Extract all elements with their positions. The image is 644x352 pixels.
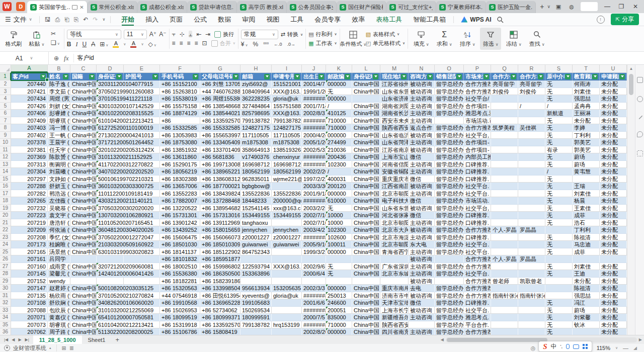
column-header-U[interactable]: U (600, 65, 627, 72)
header-cell-L[interactable]: 身份证地 (352, 73, 380, 80)
cell-J27[interactable]: 2002/9/6 (302, 263, 326, 271)
cell-O4[interactable]: 留学总经办 (435, 95, 464, 103)
cell-T28[interactable]: 王迪 (573, 270, 600, 278)
cell-N27[interactable]: 主动咨询 (409, 263, 435, 271)
filter-dropdown-icon[interactable] (116, 74, 122, 79)
cell-L27[interactable]: China中国 (352, 263, 380, 271)
cell-M23[interactable]: 北京市海淀 (380, 234, 409, 241)
cell-M18[interactable]: 电子科技大 (380, 197, 409, 205)
cell-K35[interactable]: 710000 (326, 321, 352, 329)
cell-C17[interactable]: China中国 (70, 190, 97, 198)
cell-K10[interactable]: 274499 (326, 139, 352, 146)
cell-U4[interactable]: 未分配 (600, 95, 627, 103)
cell-F13[interactable]: +86 15290175 (160, 161, 200, 168)
cell-J11[interactable]: 2002/5/31 (302, 146, 326, 154)
preview-icon[interactable]: ⎘ (74, 16, 79, 23)
header-cell-A[interactable]: 客户id (11, 73, 48, 80)
filter-dropdown-icon[interactable] (538, 74, 543, 79)
cell-L22[interactable]: China中国 (352, 226, 380, 234)
document-tab[interactable]: S贷款申请信息.xlsx (187, 1, 237, 13)
cell-L23[interactable]: China中国 (352, 234, 380, 241)
cell-H15[interactable]: 962835011 (240, 175, 272, 183)
worksheet-button[interactable]: ▦工作表∨ (308, 40, 337, 47)
name-box[interactable]: A1∨ (0, 55, 48, 62)
cell-F14[interactable]: +86 18056219 (160, 168, 200, 175)
filter-dropdown-icon[interactable] (193, 74, 198, 79)
cell-A26[interactable]: 207161 (11, 255, 48, 263)
sum-button[interactable]: Σ 求和 ∨ (434, 28, 455, 50)
header-cell-C[interactable]: 国籍 (70, 73, 97, 80)
cell-F17[interactable]: +86 13552283 (160, 190, 200, 198)
orientation-icon[interactable]: ⊡ (202, 40, 207, 47)
cell-K2[interactable]: 000000 (326, 80, 352, 88)
cell-N34[interactable]: 主动咨询 (409, 314, 435, 321)
cell-C8[interactable]: China中国 (70, 124, 97, 132)
cell-U19[interactable]: 未分配 (600, 205, 627, 212)
cell-O29[interactable] (435, 278, 464, 285)
cell-T23[interactable]: 陈祖清 (573, 234, 600, 241)
justify-icon[interactable]: ≡ (195, 40, 198, 47)
cell-C10[interactable]: China中国 (70, 139, 97, 146)
cut-button[interactable]: ✂ (49, 30, 61, 37)
document-tab[interactable]: S常州公积金.xlsx (88, 1, 137, 13)
cell-R12[interactable] (518, 153, 545, 161)
cell-A29[interactable]: 207152 (11, 278, 48, 285)
cell-K32[interactable]: 246600 (326, 299, 352, 307)
wps-logo[interactable]: W (0, 0, 14, 13)
cell-H35[interactable]: 799138782 (240, 321, 272, 329)
caret-up-icon[interactable]: ▴ (49, 346, 51, 350)
cell-Q31[interactable]: 指南针张沁 (491, 292, 518, 300)
increase-decimal-button[interactable]: ←.0 (274, 42, 282, 47)
align-center-icon[interactable]: ≡ (180, 40, 183, 47)
cell-R22[interactable]: 罗晶晶 (518, 226, 545, 234)
cell-P14[interactable]: 口碑推荐. (464, 168, 491, 175)
cell-A4[interactable]: 207434 (11, 95, 48, 103)
cell-I9[interactable]: 117110505 (272, 132, 302, 139)
cell-L19[interactable]: China中国 (352, 205, 380, 212)
row-header-28[interactable]: 28 (0, 270, 11, 278)
cell-S7[interactable]: 无 (545, 117, 573, 125)
cell-J18[interactable]: ######## (302, 197, 326, 205)
cell-E29[interactable] (124, 278, 160, 285)
cell-D4[interactable]: 370105199411221118 (97, 95, 160, 103)
cell-Q29[interactable]: 曾老师 (491, 278, 518, 285)
cell-D28[interactable]: 142401200006041426 (97, 270, 160, 278)
header-cell-R[interactable]: 合作方名 (518, 73, 545, 80)
cell-F12[interactable]: +86 13611860 (160, 153, 200, 161)
header-cell-F[interactable]: 手机号码 (160, 73, 200, 80)
cell-C25[interactable]: China中国 (70, 248, 97, 256)
cell-R20[interactable] (518, 212, 545, 219)
cell-K24[interactable]: 100011 (326, 241, 352, 248)
cell-N32[interactable]: 微信 (409, 299, 435, 307)
cell-F30[interactable]: +86 15320563 (160, 285, 200, 292)
cell-T30[interactable]: 陈祖清 (573, 285, 600, 292)
cell-H16[interactable]: bgbgbow@ (240, 183, 272, 190)
cell-D33[interactable]: 310103200212255069 (97, 307, 160, 314)
cell-J14[interactable]: 2002/2/20 (302, 168, 326, 175)
cell-M13[interactable]: 河南省信阳 (380, 161, 409, 168)
filter-dropdown-icon[interactable] (619, 74, 625, 79)
cell-U22[interactable]: 未分配 (600, 226, 627, 234)
document-tab[interactable]: S高学历 教授.xlsx (237, 1, 287, 13)
cell-G35[interactable]: +86 13359257067 (200, 321, 240, 329)
cell-L9[interactable]: China中国 (352, 132, 380, 139)
cell-M26[interactable] (380, 255, 409, 263)
cell-U12[interactable]: 未分配 (600, 153, 627, 161)
zoom-out-icon[interactable]: — (623, 345, 628, 351)
menu-tab-视图[interactable]: 视图 (261, 13, 285, 26)
cell-T19[interactable]: 王素佳 (573, 205, 600, 212)
row-header-2[interactable]: 2 (0, 80, 11, 88)
cell-B6[interactable]: 彭睿婧 (女 (48, 110, 70, 117)
cell-K3[interactable]: 无 (326, 88, 352, 96)
cell-G21[interactable]: +86 13911296941 (200, 219, 240, 227)
cell-L16[interactable]: China中国 (352, 183, 380, 190)
cell-P34[interactable]: 雅思考点. (464, 314, 491, 321)
cell-H23[interactable]: z20001227 (240, 234, 272, 241)
cell-P26[interactable]: 合作方推荐 (464, 255, 491, 263)
account-avatar[interactable] (581, 2, 598, 11)
cell-F21[interactable]: +86 13901242 (160, 219, 200, 227)
cell-I12[interactable]: chenxinyur (272, 153, 302, 161)
cell-O36[interactable]: 留学总经办 (435, 328, 464, 335)
cell-B4[interactable]: 周煜 (男) (48, 95, 70, 103)
vertical-scroll-thumb[interactable] (629, 74, 633, 95)
